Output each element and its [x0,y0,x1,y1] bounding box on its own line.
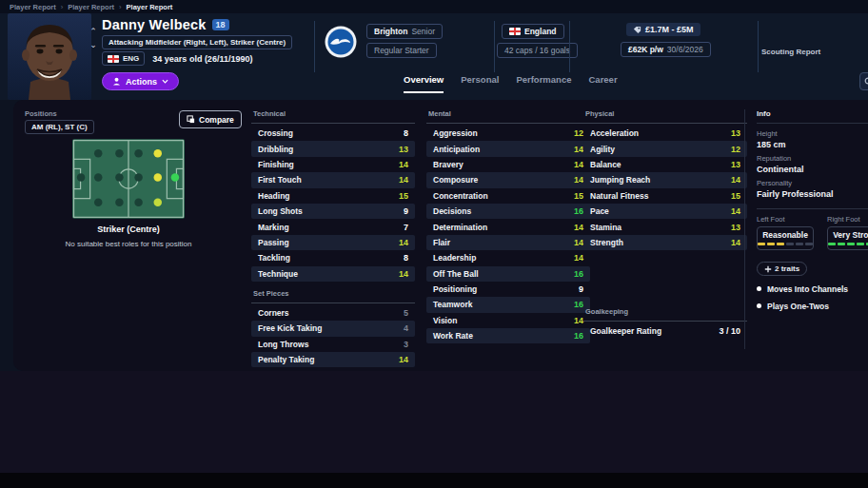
attribute-row-aggression[interactable]: Aggression12 [426,126,590,141]
compare-button[interactable]: Compare [179,110,242,128]
attribute-row-anticipation[interactable]: Anticipation14 [426,141,590,156]
attribute-row-off-the-ball[interactable]: Off The Ball16 [426,266,590,282]
attribute-row-penalty-taking[interactable]: Penalty Taking14 [251,352,415,367]
attribute-row-agility[interactable]: Agility12 [583,141,747,156]
previous-player-button[interactable]: ⌃ [88,27,99,37]
positions-value: AM (RL), ST (C) [25,120,94,134]
right-foot: Right Foot Very Strong [827,215,868,250]
personality-label: Personality [757,179,868,187]
person-icon [112,77,121,86]
breadcrumb: Player Report›Player Report›Player Repor… [0,0,868,13]
squad-status-pill[interactable]: Regular Starter [366,43,437,58]
pitch-position-dot-none [115,173,123,181]
info-column: Info Height 185 cm Reputation Continenta… [757,109,868,311]
attribute-row-bravery[interactable]: Bravery14 [426,157,590,172]
header-divider [569,21,570,72]
attribute-value: 14 [574,316,583,325]
position-pitch[interactable] [72,139,185,219]
attribute-row-positioning[interactable]: Positioning9 [426,282,590,297]
nation-pill[interactable]: England [502,24,564,39]
attribute-row-long-throws[interactable]: Long Throws3 [251,337,415,352]
attribute-value: 14 [574,160,583,169]
attribute-label: Long Shots [258,206,303,216]
traits-button[interactable]: 2 traits [757,262,807,276]
attribute-row-acceleration[interactable]: Acceleration13 [583,126,747,141]
attribute-row-technique[interactable]: Technique14 [251,266,415,282]
pitch-position-dot-none [94,173,102,181]
attribute-value: 14 [731,175,740,185]
tab-career[interactable]: Career [588,74,617,93]
attribute-row-heading[interactable]: Heading15 [251,188,415,204]
player-header: ⌃ ⌄ Danny Welbeck 18 Attacking Midfielde… [0,13,868,100]
attribute-row-balance[interactable]: Balance13 [583,157,747,172]
attribute-row-flair[interactable]: Flair14 [426,235,590,250]
attribute-value: 8 [404,253,408,263]
foot-rating-segment [758,243,765,245]
attribute-label: Passing [258,238,289,247]
attribute-row-jumping-reach[interactable]: Jumping Reach14 [583,172,747,187]
attribute-row-decisions[interactable]: Decisions16 [426,204,590,219]
tab-personal[interactable]: Personal [461,74,499,93]
attribute-label: Composure [433,175,478,185]
attribute-value: 13 [731,128,740,138]
mental-header: Mental [426,109,590,119]
attribute-row-determination[interactable]: Determination14 [426,219,590,234]
attribute-row-strength[interactable]: Strength14 [583,235,747,250]
attribute-row-finishing[interactable]: Finishing14 [251,157,415,172]
search-button[interactable] [859,72,868,90]
attribute-row-teamwork[interactable]: Teamwork16 [426,297,590,312]
attribute-row-vision[interactable]: Vision14 [426,313,590,328]
attribute-row-pace[interactable]: Pace14 [583,204,747,219]
attribute-row-corners[interactable]: Corners5 [251,305,415,321]
attribute-row-leadership[interactable]: Leadership14 [426,250,590,265]
reputation-label: Reputation [757,154,868,163]
attribute-row-long-shots[interactable]: Long Shots9 [251,204,415,219]
attribute-label: Pace [590,206,609,216]
attribute-label: Heading [258,191,290,201]
attribute-row-marking[interactable]: Marking7 [251,219,415,234]
breadcrumb-item[interactable]: Player Report [68,3,114,11]
attribute-value: 9 [404,206,408,216]
foot-rating-segment [857,243,864,245]
nationality-pill[interactable]: ENG [102,51,145,66]
breadcrumb-item[interactable]: Player Report [127,3,173,11]
attribute-row-natural-fitness[interactable]: Natural Fitness15 [583,188,747,204]
pitch-position-dot-none [134,173,142,181]
pitch-position-dot-yellow [154,149,162,157]
attribute-label: Off The Ball [433,269,479,279]
bottom-strip [0,473,868,488]
attribute-value: 3 [404,340,408,349]
attribute-row-dribbling[interactable]: Dribbling13 [251,141,415,156]
actions-button[interactable]: Actions [102,72,179,90]
breadcrumb-item[interactable]: Player Report [10,3,56,11]
bullet-icon [757,303,761,308]
attribute-value: 14 [399,238,408,247]
attribute-row-work-rate[interactable]: Work Rate16 [426,328,590,343]
squad-number-badge: 18 [212,19,229,30]
attribute-row-concentration[interactable]: Concentration15 [426,188,590,204]
attribute-row-composure[interactable]: Composure14 [426,172,590,187]
attribute-row-first-touch[interactable]: First Touch14 [251,172,415,187]
england-flag-icon [509,28,521,35]
info-header: Info [757,109,868,118]
attribute-value: 14 [574,253,583,263]
player-photo [8,13,91,100]
club-pill[interactable]: Brighton Senior [366,24,443,39]
scouting-report-label: Scouting Report [761,48,820,56]
attribute-row-crossing[interactable]: Crossing8 [251,126,415,141]
trait-text: Plays One-Twos [767,302,829,311]
attribute-label: Stamina [590,223,621,232]
pitch-position-dot-green [171,173,179,181]
transfer-value-pill[interactable]: £1.7M - £5M [626,23,700,36]
attribute-row-tackling[interactable]: Tackling8 [251,250,415,265]
attribute-row-passing[interactable]: Passing14 [251,235,415,250]
goalkeeper-rating-row: Goalkeeper Rating 3 / 10 [583,323,747,339]
tab-overview[interactable]: Overview [404,74,444,93]
attribute-row-free-kick-taking[interactable]: Free Kick Taking4 [251,321,415,336]
attribute-label: Positioning [433,284,477,294]
position-pill[interactable]: Attacking Midfielder (Right, Left), Stri… [102,35,292,49]
attribute-row-stamina[interactable]: Stamina13 [583,219,747,234]
tab-performance[interactable]: Performance [516,74,571,93]
next-player-button[interactable]: ⌄ [88,40,99,50]
attribute-label: Natural Fitness [590,191,648,201]
